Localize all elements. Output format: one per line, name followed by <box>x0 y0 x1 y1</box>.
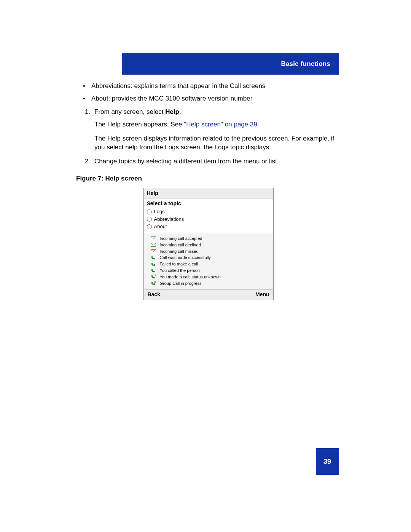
phone-group-icon <box>151 281 156 286</box>
mockup-topic-list: Select a topic Logs Abbreviations About <box>144 198 273 233</box>
phone-outgoing-icon <box>151 268 156 273</box>
mail-declined-icon <box>151 243 156 247</box>
radio-icon <box>147 224 152 229</box>
legend-row: ? You made a call: status unknown <box>151 274 270 280</box>
svg-text:?: ? <box>155 275 156 276</box>
step-text: From any screen, select <box>94 108 165 115</box>
radio-icon <box>147 209 152 214</box>
phone-unknown-icon: ? <box>151 275 156 279</box>
bullet-list: Abbreviations: explains terms that appea… <box>76 82 341 103</box>
radio-icon <box>147 217 152 222</box>
legend-label: Incoming call missed <box>160 249 199 254</box>
step-list: Change topics by selecting a different i… <box>76 157 341 166</box>
page-content: Abbreviations: explains terms that appea… <box>76 82 341 300</box>
page-number-box: 39 <box>316 448 339 475</box>
mockup-topic-header: Select a topic <box>147 200 270 207</box>
phone-failed-icon <box>151 262 156 267</box>
mockup-topic-label: About <box>154 223 167 230</box>
phone-success-icon <box>151 256 156 260</box>
mail-missed-icon <box>151 249 156 254</box>
mockup-softkey-menu[interactable]: Menu <box>255 291 269 298</box>
legend-row: You called the person <box>151 267 270 274</box>
step-text: The Help screen appears. See <box>94 121 184 128</box>
mockup-topic-item[interactable]: Abbreviations <box>147 216 270 223</box>
legend-row: Call was made successfully <box>151 254 270 261</box>
step-paragraph: The Help screen appears. See "Help scree… <box>94 120 341 129</box>
mail-accepted-icon <box>151 236 156 241</box>
legend-label: Group Call in progress <box>160 281 202 286</box>
mockup-topic-label: Logs <box>154 208 165 215</box>
list-item: Abbreviations: explains terms that appea… <box>83 82 341 91</box>
mockup-softkey-bar: Back Menu <box>144 289 273 300</box>
legend-row: Incoming call declined <box>151 242 270 248</box>
step-list: From any screen, select Help. <box>76 108 341 117</box>
mockup-softkey-back[interactable]: Back <box>148 291 160 298</box>
svg-rect-4 <box>155 281 156 283</box>
step-item: From any screen, select Help. <box>92 108 341 117</box>
header-title: Basic functions <box>281 60 330 68</box>
step-paragraph: The Help screen displays information rel… <box>94 134 341 152</box>
legend-label: Failed to make a call <box>160 261 198 267</box>
legend-row: Incoming call missed <box>151 248 270 255</box>
page-number: 39 <box>323 458 331 466</box>
legend-label: Incoming call accepted <box>160 236 202 241</box>
legend-label: You made a call: status unknown <box>160 274 221 280</box>
mockup-topic-label: Abbreviations <box>154 216 184 223</box>
legend-row: Group Call in progress <box>151 280 270 287</box>
step-item: Change topics by selecting a different i… <box>92 157 341 166</box>
cross-reference-link[interactable]: "Help screen" on page 39 <box>184 121 257 128</box>
legend-row: Incoming call accepted <box>151 235 270 242</box>
mockup-legend: Incoming call accepted Incoming call dec… <box>144 233 273 289</box>
mockup-topic-item[interactable]: Logs <box>147 208 270 216</box>
help-screen-mockup: Help Select a topic Logs Abbreviations A… <box>143 188 274 300</box>
mockup-title: Help <box>144 188 273 199</box>
step-bold: Help <box>165 108 179 115</box>
list-item: About: provides the MCC 3100 software ve… <box>83 94 341 103</box>
legend-label: Incoming call declined <box>160 242 201 248</box>
legend-label: You called the person <box>160 268 200 273</box>
step-text: . <box>179 108 181 115</box>
header-bar: Basic functions <box>122 53 339 75</box>
mockup-topic-item[interactable]: About <box>147 223 270 230</box>
legend-row: Failed to make a call <box>151 261 270 267</box>
document-page: Basic functions Abbreviations: explains … <box>0 0 411 532</box>
legend-label: Call was made successfully <box>160 255 211 260</box>
figure-caption: Figure 7: Help screen <box>76 174 341 183</box>
